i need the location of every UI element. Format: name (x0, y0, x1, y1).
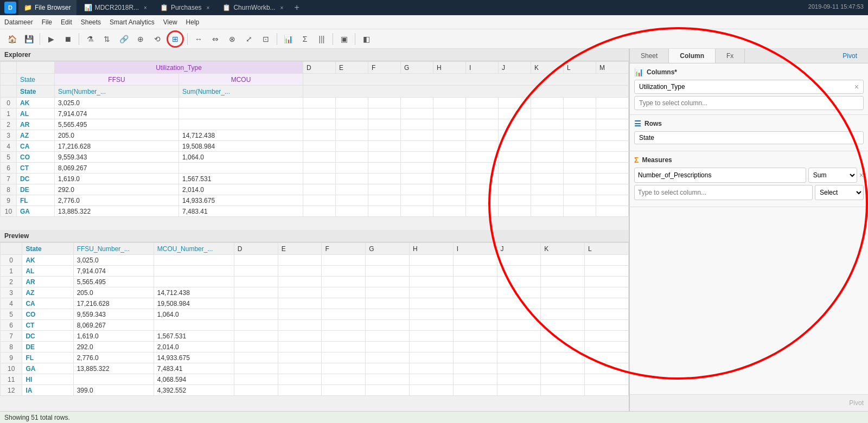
toolbar-pivot-btn[interactable]: ⊞ (167, 30, 184, 48)
tab-purchases-label: Purchases (171, 4, 202, 11)
explorer-th2-state: State (17, 74, 55, 86)
explorer-cell-k (531, 206, 564, 217)
panel-tab-column[interactable]: Column (669, 49, 716, 63)
preview-cell-ffsu: 2,776.0 (73, 352, 154, 363)
menu-smart-analytics[interactable]: Smart Analytics (110, 18, 155, 26)
toolbar-sidebar-btn[interactable]: ◧ (359, 31, 374, 47)
toolbar-agg-btn[interactable]: Σ (297, 31, 312, 47)
toolbar-preview-btn[interactable]: ▣ (336, 31, 352, 47)
explorer-cell-e (336, 98, 368, 108)
preview-cell-f (322, 374, 366, 385)
explorer-row: 1 AL 7,914.074 (1, 108, 629, 119)
preview-cell-d (234, 266, 278, 277)
explorer-cell-rownum: 9 (1, 195, 17, 206)
add-tab-button[interactable]: + (291, 3, 302, 12)
preview-cell-l (585, 320, 629, 331)
toolbar-sort-btn[interactable]: ⇅ (99, 31, 114, 47)
tab-churn-close[interactable]: × (280, 5, 284, 11)
toolbar-extract-btn[interactable]: ⊗ (225, 31, 240, 47)
explorer-cell-i (466, 119, 499, 130)
toolbar-stop-btn[interactable]: ⏹ (60, 31, 75, 47)
preview-cell-j (497, 298, 541, 309)
menu-file[interactable]: File (42, 18, 52, 26)
explorer-cell-j (499, 163, 531, 174)
preview-cell-f (322, 277, 366, 287)
explorer-row: 2 AR 5,565.495 (1, 119, 629, 130)
datetime-display: 2019-09-11 15:47:53 (808, 3, 864, 10)
toolbar-home-btn[interactable]: 🏠 (4, 31, 20, 47)
preview-cell-mcou: 14,712.438 (154, 287, 234, 298)
preview-cell-k (541, 342, 585, 352)
toolbar-filter-btn[interactable]: ⚗ (82, 31, 98, 47)
measures-item-input[interactable] (634, 168, 806, 183)
toolbar-link-btn[interactable]: 🔗 (116, 31, 131, 47)
explorer-cell-d (303, 163, 336, 174)
preview-th-mcou: MCOU_Number_... (154, 243, 234, 255)
preview-th-k: K (541, 243, 585, 255)
explorer-th-e: E (336, 62, 368, 74)
explorer-cell-mcou: 1,567.531 (179, 174, 303, 184)
preview-cell-f (322, 352, 366, 363)
preview-row: 3 AZ 205.0 14,712.438 (1, 287, 629, 298)
toolbar-copy-btn[interactable]: ⊡ (258, 31, 273, 47)
preview-cell-i (453, 342, 497, 352)
menu-edit[interactable]: Edit (61, 18, 72, 26)
toolbar-transform-btn[interactable]: ⟲ (150, 31, 165, 47)
explorer-cell-k (531, 195, 564, 206)
columns-pill-close[interactable]: × (854, 82, 859, 91)
preview-th-i: I (453, 243, 497, 255)
app-logo: D (4, 2, 16, 14)
preview-cell-f (322, 287, 366, 298)
panel-tab-sheet[interactable]: Sheet (630, 49, 669, 63)
preview-cell-rownum: 12 (1, 385, 22, 396)
explorer-cell-l (564, 130, 596, 141)
preview-cell-f (322, 255, 366, 266)
toolbar-merge-btn[interactable]: ⇔ (208, 31, 223, 47)
measures-item-close[interactable]: × (859, 171, 864, 180)
panel-tabs: Sheet Column Fx Pivot (630, 49, 868, 63)
toolbar-move-btn[interactable]: ⤢ (241, 31, 257, 47)
preview-cell-f (322, 363, 366, 374)
toolbar-split-btn[interactable]: ↔ (191, 31, 206, 47)
measures-add-select[interactable]: Select Sum Count (815, 185, 864, 200)
explorer-grid[interactable]: Utilization_Type D E F G H I J K L M (0, 61, 629, 230)
menu-help[interactable]: Help (186, 18, 200, 26)
explorer-cell-j (499, 141, 531, 152)
menu-sheets[interactable]: Sheets (81, 18, 101, 26)
explorer-cell-state: AR (17, 119, 55, 130)
preview-grid[interactable]: State FFSU_Number_... MCOU_Number_... D … (0, 242, 629, 411)
tab-churn[interactable]: 📋 ChurnWorkb... × (217, 0, 289, 15)
preview-cell-state: FL (22, 352, 73, 363)
tab-purchases-close[interactable]: × (207, 5, 210, 11)
explorer-cell-d (303, 98, 336, 108)
rows-title: ☰ Rows (634, 119, 864, 128)
panel-tab-pivot[interactable]: Pivot (832, 49, 868, 63)
columns-type-input[interactable] (634, 96, 864, 110)
tab-purchases[interactable]: 📋 Purchases × (155, 0, 215, 15)
toolbar-join-btn[interactable]: ⊕ (133, 31, 148, 47)
rows-icon: ☰ (634, 119, 641, 128)
toolbar-cols-btn[interactable]: ||| (314, 31, 329, 47)
explorer-cell-state: CO (17, 152, 55, 163)
tab-mdcr-close[interactable]: × (144, 5, 147, 11)
toolbar-chart-btn[interactable]: 📊 (280, 31, 296, 47)
preview-cell-i (453, 385, 497, 396)
preview-cell-j (497, 363, 541, 374)
toolbar-play-btn[interactable]: ▶ (43, 31, 59, 47)
explorer-cell-e (336, 163, 368, 174)
panel-tab-fx[interactable]: Fx (716, 49, 745, 63)
menu-datameer[interactable]: Datameer (4, 18, 33, 26)
menu-view[interactable]: View (163, 18, 177, 26)
preview-cell-d (234, 287, 278, 298)
mdcr-icon: 📊 (84, 4, 92, 11)
preview-cell-e (278, 374, 322, 385)
measures-type-input[interactable] (634, 185, 813, 200)
tab-file-browser[interactable]: 📁 File Browser (18, 0, 76, 15)
explorer-cell-g (401, 174, 433, 184)
explorer-cell-g (401, 195, 433, 206)
toolbar-save-btn[interactable]: 💾 (21, 31, 36, 47)
tab-mdcr[interactable]: 📊 MDCR2018R... × (79, 0, 152, 15)
preview-cell-d (234, 298, 278, 309)
measures-agg-select[interactable]: Sum Count Average Min Max (808, 168, 857, 183)
preview-cell-ffsu: 9,559.343 (73, 309, 154, 320)
